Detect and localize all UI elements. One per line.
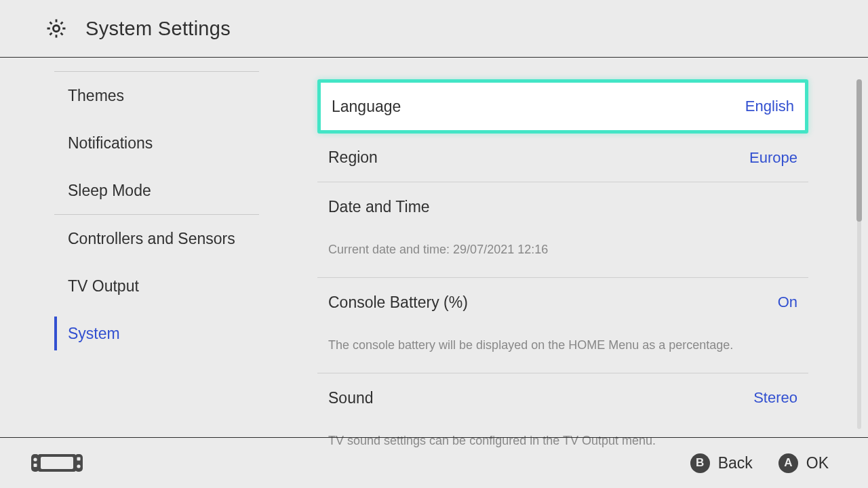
- sidebar-item-label: TV Output: [68, 277, 139, 296]
- setting-label: Date and Time: [328, 198, 430, 216]
- sidebar-item-tv-output[interactable]: TV Output: [0, 262, 279, 310]
- sidebar-item-controllers-and-sensors[interactable]: Controllers and Sensors: [0, 215, 279, 262]
- footer-button-label: OK: [806, 454, 829, 472]
- controller-icon: [31, 453, 83, 473]
- svg-rect-8: [41, 457, 73, 469]
- content-pane: Language English Region Europe Date and …: [279, 58, 868, 437]
- svg-point-0: [53, 25, 59, 31]
- svg-point-4: [33, 458, 37, 461]
- setting-value: On: [778, 293, 797, 311]
- svg-point-6: [77, 464, 80, 468]
- setting-value: Stereo: [753, 389, 797, 407]
- setting-label: Language: [332, 98, 401, 116]
- footer-bar: B Back A OK: [0, 437, 868, 488]
- sidebar-item-label: Controllers and Sensors: [68, 230, 235, 248]
- footer-button-back[interactable]: B Back: [690, 453, 753, 473]
- svg-rect-3: [75, 454, 83, 472]
- svg-rect-5: [34, 464, 37, 467]
- setting-label: Console Battery (%): [328, 293, 468, 312]
- sidebar-item-label: Notifications: [68, 134, 153, 152]
- setting-label: Region: [328, 148, 378, 167]
- main-area: amiibo Themes Notifications Sleep Mode C…: [0, 58, 868, 437]
- footer-button-label: Back: [718, 454, 753, 472]
- sidebar-item-label: Sleep Mode: [68, 182, 151, 200]
- sidebar-item-themes[interactable]: Themes: [0, 72, 279, 119]
- setting-value: Europe: [749, 149, 797, 167]
- setting-row-sound[interactable]: Sound Stereo: [317, 373, 808, 422]
- setting-row-region[interactable]: Region Europe: [317, 134, 808, 182]
- sidebar-item-notifications[interactable]: Notifications: [0, 119, 279, 167]
- sidebar: amiibo Themes Notifications Sleep Mode C…: [0, 58, 279, 437]
- header-bar: System Settings: [0, 0, 868, 58]
- scrollbar-track[interactable]: [857, 79, 861, 429]
- setting-row-language[interactable]: Language English: [317, 79, 808, 134]
- svg-rect-2: [31, 454, 39, 472]
- scrollbar-thumb[interactable]: [856, 79, 862, 222]
- b-button-icon: B: [690, 453, 710, 473]
- setting-label: Sound: [328, 389, 374, 407]
- sidebar-item-sleep-mode[interactable]: Sleep Mode: [0, 167, 279, 214]
- gear-icon: [45, 17, 68, 40]
- sidebar-item-system[interactable]: System: [0, 310, 279, 357]
- svg-rect-7: [77, 458, 81, 461]
- setting-helper-text: The console battery will be displayed on…: [317, 327, 808, 373]
- footer-button-ok[interactable]: A OK: [778, 453, 829, 473]
- setting-helper-text: Current date and time: 29/07/2021 12:16: [317, 231, 808, 278]
- setting-row-console-battery[interactable]: Console Battery (%) On: [317, 278, 808, 327]
- setting-row-date-and-time[interactable]: Date and Time: [317, 182, 808, 231]
- a-button-icon: A: [778, 453, 798, 473]
- setting-value: English: [745, 98, 794, 115]
- sidebar-item-label: System: [68, 325, 120, 343]
- page-title: System Settings: [85, 18, 231, 40]
- sidebar-item-label: Themes: [68, 87, 124, 105]
- sidebar-item-amiibo[interactable]: amiibo: [0, 58, 279, 71]
